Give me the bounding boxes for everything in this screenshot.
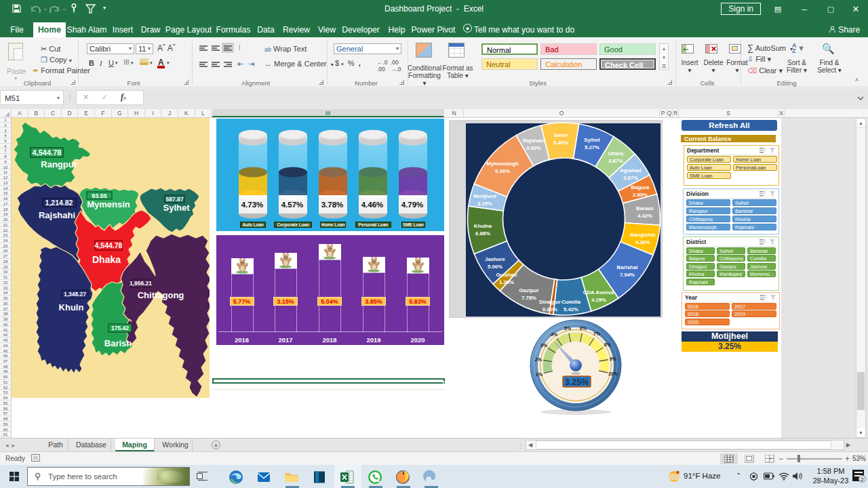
svg-text:9%: 9%	[610, 356, 617, 362]
svg-text:Motijheel: Motijheel	[473, 193, 496, 199]
svg-text:1,214.82: 1,214.82	[45, 199, 73, 207]
svg-text:Sylhet: Sylhet	[584, 137, 600, 143]
svg-text:5.27%: 5.27%	[585, 144, 599, 150]
svg-text:6.88%: 6.88%	[475, 230, 490, 237]
svg-text:Gulshan: Gulshan	[496, 272, 517, 278]
svg-text:3%: 3%	[540, 342, 548, 348]
svg-text:Uttara: Uttara	[608, 150, 624, 157]
svg-text:4.29%: 4.29%	[591, 297, 606, 303]
svg-text:Bagura: Bagura	[631, 184, 650, 190]
svg-text:6%: 6%	[580, 325, 587, 331]
svg-text:3.78%: 3.78%	[321, 201, 344, 209]
svg-text:175.42: 175.42	[111, 325, 129, 331]
svg-text:4.46%: 4.46%	[361, 201, 384, 209]
svg-text:10%: 10%	[608, 371, 618, 377]
svg-text:1%: 1%	[536, 371, 543, 378]
svg-text:Dhaka: Dhaka	[92, 254, 121, 265]
svg-text:Rajshahi: Rajshahi	[39, 210, 75, 220]
svg-text:4.57%: 4.57%	[281, 201, 304, 209]
svg-text:4.42%: 4.42%	[637, 213, 652, 219]
svg-text:Saver: Saver	[553, 132, 568, 138]
svg-text:9.26%: 9.26%	[495, 168, 510, 174]
svg-text:Banani: Banani	[636, 205, 654, 211]
svg-text:1.39%: 1.39%	[499, 279, 514, 285]
svg-text:4,544.78: 4,544.78	[33, 148, 62, 157]
svg-text:8%: 8%	[604, 342, 612, 348]
svg-text:Chittagong: Chittagong	[138, 290, 184, 300]
svg-text:1,348.27: 1,348.27	[64, 291, 86, 298]
svg-text:Barish: Barish	[104, 338, 132, 348]
svg-text:Rangpur: Rangpur	[41, 159, 77, 169]
svg-text:3.25%: 3.25%	[477, 201, 492, 207]
svg-text:Khuln: Khuln	[59, 302, 84, 312]
svg-text:Agrabad: Agrabad	[620, 167, 642, 174]
svg-text:5.40%: 5.40%	[553, 140, 568, 146]
svg-text:Mymensin: Mymensin	[87, 199, 130, 209]
svg-text:7.94%: 7.94%	[620, 272, 635, 278]
svg-text:2.89%: 2.89%	[633, 192, 648, 198]
svg-text:587.87: 587.87	[166, 196, 184, 203]
svg-text:4.36%: 4.36%	[635, 239, 650, 245]
svg-text:3.67%: 3.67%	[623, 175, 638, 181]
svg-text:7.78%: 7.78%	[521, 295, 536, 301]
svg-text:4%: 4%	[550, 331, 558, 338]
svg-text:7%: 7%	[593, 331, 601, 337]
svg-text:Dinajpur: Dinajpur	[539, 299, 561, 305]
svg-text:Gazipur: Gazipur	[519, 287, 538, 293]
svg-text:4.79%: 4.79%	[401, 201, 424, 209]
svg-text:Jashore: Jashore	[485, 256, 506, 262]
svg-text:Sylhet: Sylhet	[163, 203, 190, 213]
svg-text:5%: 5%	[564, 325, 572, 331]
svg-text:93.55: 93.55	[92, 192, 107, 199]
svg-text:3.80%: 3.80%	[526, 145, 541, 151]
svg-text:CDA Avenue: CDA Avenue	[583, 289, 615, 296]
svg-text:Banglshal: Banglshal	[630, 232, 655, 238]
svg-text:3.25%: 3.25%	[565, 378, 589, 387]
svg-text:Barishal: Barishal	[617, 264, 638, 270]
svg-text:2%: 2%	[534, 357, 542, 363]
svg-text:Khulna: Khulna	[474, 223, 492, 229]
svg-text:1,956.21: 1,956.21	[130, 280, 152, 287]
svg-text:4.73%: 4.73%	[241, 201, 264, 209]
svg-text:Rajshahi: Rajshahi	[523, 138, 545, 144]
svg-text:Mymensingh: Mymensingh	[486, 161, 519, 167]
svg-text:3.87%: 3.87%	[608, 158, 623, 164]
svg-text:Cumilla: Cumilla	[561, 299, 581, 305]
svg-text:4,544.78: 4,544.78	[95, 241, 123, 249]
svg-text:5.06%: 5.06%	[488, 264, 502, 270]
